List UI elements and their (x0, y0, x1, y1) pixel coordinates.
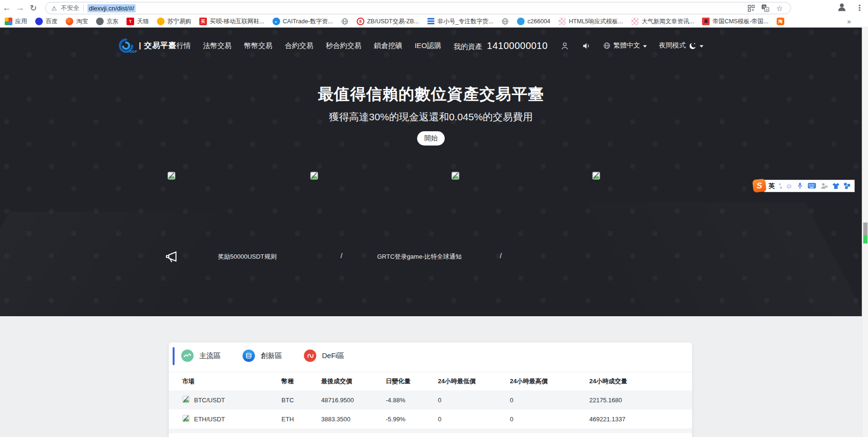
microphone-icon[interactable] (797, 182, 803, 189)
nav-second-contract[interactable]: 秒合約交易 (326, 41, 361, 50)
speaker-icon[interactable] (582, 41, 591, 50)
hero-title: 最值得信賴的數位資產交易平臺 (0, 84, 862, 105)
col-24h-low: 24小時最低價 (438, 377, 510, 386)
emoji-icon[interactable]: ☺ (786, 182, 792, 190)
tab-mainstream[interactable]: 主流區 (181, 350, 221, 362)
bookmark-taobao[interactable]: 淘宝 (66, 18, 88, 26)
reload-button[interactable]: ↻ (27, 1, 40, 15)
bookmark-star-icon[interactable]: ☆ (774, 3, 785, 13)
tab-defi[interactable]: DeFi區 (304, 350, 344, 362)
wave-icon (304, 350, 316, 362)
bookmark-c266004[interactable]: c266004 (517, 18, 550, 25)
forward-button[interactable]: → (13, 1, 27, 15)
bookmark-suning[interactable]: 苏宁易购 (157, 18, 191, 26)
bookmark-globe-2[interactable] (501, 18, 509, 25)
market-table-header: 市場 幣種 最後成交價 日變化量 24小時最低價 24小時最高價 24小時成交量 (169, 372, 692, 390)
coin-cell: BTC (282, 397, 322, 404)
table-row-eth[interactable]: ETH/USDT ETH 3883.3500 -5.99% 0 0 469221… (169, 409, 692, 428)
keyboard-icon[interactable] (808, 183, 816, 189)
back-button[interactable]: ← (0, 1, 13, 15)
omnibox-divider (83, 4, 84, 12)
not-secure-warning-icon: ⚠ (51, 5, 57, 12)
site-header: GDP | 交易平臺 行情 法幣交易 幣幣交易 合約交易 秒合約交易 鎖倉挖礦 … (0, 33, 862, 58)
nav-lock-mining[interactable]: 鎖倉挖礦 (374, 41, 402, 50)
bookmark-caitrade[interactable]: ▸CAITrade-数字资... (273, 18, 333, 26)
bookmark-maibei[interactable]: 买买呗-移动互联网鞋... (199, 18, 264, 26)
next-row-peek (169, 428, 692, 433)
svg-text:A: A (766, 8, 768, 11)
chevron-down-icon (700, 45, 703, 48)
user-icon[interactable] (560, 41, 569, 50)
broken-image-icon (310, 172, 318, 180)
url-text[interactable]: dlexvji.cn/dist/#/ (88, 4, 136, 12)
c266004-favicon (517, 18, 525, 25)
bookmark-zb[interactable]: 8ZB/USDT交易-ZB... (357, 18, 419, 26)
logo-text: | 交易平臺 (139, 41, 176, 51)
bookmark-baidu[interactable]: 百度 (35, 18, 58, 26)
scrollbar-thumb[interactable] (863, 223, 868, 235)
broken-image-icon (182, 396, 190, 405)
nav-spot-trade[interactable]: 幣幣交易 (244, 41, 273, 50)
bookmarks-overflow-chevron[interactable]: » (847, 18, 863, 25)
toolbox-grid-icon[interactable] (844, 183, 850, 189)
bookmarks-bar: 应用 百度 淘宝 京东 T天猫 苏宁易购 买买呗-移动互联网鞋... ▸CAIT… (0, 16, 868, 28)
sogou-logo-icon[interactable]: S (752, 179, 767, 193)
bookmark-daqi-news[interactable]: 大气新闻文章资讯... (631, 18, 694, 26)
ime-toolbar: S 英 ’, ☺ (753, 179, 855, 193)
volume-cell: 22175.1680 (589, 397, 679, 404)
ime-punctuation-icon[interactable]: ’, (779, 183, 781, 189)
assets-label: 我的資產 (454, 42, 482, 51)
caitrade-favicon: ▸ (273, 18, 280, 25)
night-mode-toggle[interactable]: 夜間模式 (659, 41, 703, 50)
bookmark-html5-template[interactable]: HTML5响应式模板... (558, 18, 623, 26)
megaphone-icon (165, 250, 179, 265)
announcement-separator: / (500, 252, 502, 260)
language-selector[interactable]: 繁體中文 (603, 41, 647, 50)
announcement-link-1[interactable]: 奖励50000USDT规则 (218, 252, 277, 261)
language-label: 繁體中文 (614, 41, 640, 50)
skin-tshirt-icon[interactable] (832, 183, 839, 189)
nav-fiat-trade[interactable]: 法幣交易 (203, 41, 232, 50)
start-button[interactable]: 開始 (417, 131, 445, 146)
zb-favicon: 8 (357, 18, 364, 25)
translate-icon[interactable]: 文A (760, 3, 770, 13)
site-logo[interactable]: GDP | 交易平臺 (118, 38, 176, 54)
login-status-icon[interactable] (820, 183, 828, 189)
my-assets[interactable]: 我的資產 14100000010 (454, 40, 548, 51)
address-bar[interactable]: ⚠ 不安全 dlexvji.cn/dist/#/ 文A ☆ (45, 2, 791, 14)
tab-label: 創新區 (261, 351, 282, 360)
col-last-price: 最後成交價 (321, 377, 386, 386)
col-24h-volume: 24小時成交量 (589, 377, 679, 386)
nav-market[interactable]: 行情 (176, 41, 191, 50)
main-navigation: 行情 法幣交易 幣幣交易 合約交易 秒合約交易 鎖倉挖礦 IEO認購 我的資產 … (176, 40, 703, 51)
bookmark-feixiaohao[interactable]: 非小号_专注数字货... (427, 18, 493, 26)
profile-avatar[interactable] (837, 2, 847, 14)
broken-image-icon (167, 172, 176, 180)
announcement-link-2[interactable]: GRTC登录game-比特全球通知 (377, 252, 461, 261)
moon-icon (689, 42, 697, 50)
page-scrollbar[interactable] (862, 28, 868, 437)
globe-favicon (501, 18, 509, 25)
tab-label: DeFi區 (322, 351, 344, 360)
browser-menu-icon[interactable]: ⋮ (856, 3, 863, 12)
bookmark-globe-1[interactable] (341, 18, 349, 25)
broken-image-icon (451, 172, 459, 180)
bookmark-tao[interactable]: 淘 (777, 18, 784, 25)
tab-accent-bar (173, 347, 175, 365)
market-section: 主流區 創新區 DeFi區 (0, 316, 862, 437)
ime-language-mode[interactable]: 英 (769, 182, 775, 190)
table-row-btc[interactable]: BTC/USDT BTC 48716.9500 -4.88% 0 0 22175… (169, 390, 692, 409)
tab-innovation[interactable]: 創新區 (243, 350, 282, 362)
bookmark-apps[interactable]: 应用 (5, 18, 27, 26)
bookmark-tmall[interactable]: T天猫 (127, 18, 149, 26)
bookmark-jd[interactable]: 京东 (96, 18, 118, 26)
col-24h-high: 24小時最高價 (510, 377, 589, 386)
col-daily-change: 日變化量 (386, 377, 438, 386)
browser-toolbar: ← → ↻ ⚠ 不安全 dlexvji.cn/dist/#/ 文A ☆ ⋮ (0, 0, 868, 16)
nav-contract-trade[interactable]: 合約交易 (285, 41, 313, 50)
bookmark-diguo-cms[interactable]: 墨帝国CMS模板-帝国... (702, 18, 768, 26)
qr-code-icon[interactable] (746, 3, 756, 13)
nav-ieo[interactable]: IEO認購 (415, 41, 441, 50)
maibei-favicon: 买 (199, 18, 207, 25)
line-chart-icon (181, 350, 194, 362)
